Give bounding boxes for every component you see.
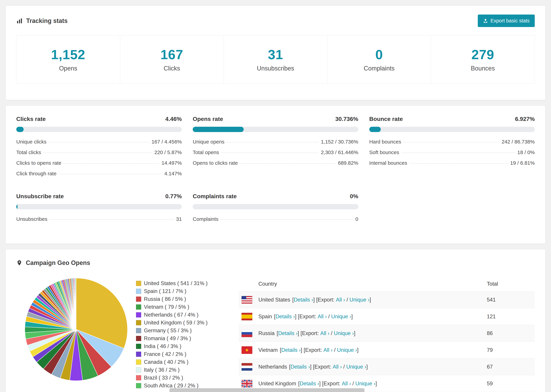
legend-item: United States ( 541 / 31% ) <box>136 280 232 287</box>
export-unique-link[interactable]: Unique › <box>334 330 354 336</box>
legend-color-swatch <box>136 328 141 333</box>
bracket: [ <box>277 330 278 336</box>
rate-stat-label: Opens to clicks rate <box>193 160 238 166</box>
export-all-link[interactable]: All › <box>323 347 332 353</box>
legend-color-swatch <box>136 359 141 365</box>
details-link[interactable]: Details › <box>300 381 319 387</box>
country-cell: United States [Details ›] [Export: All ›… <box>239 296 487 304</box>
horizontal-scrollbar-thumb[interactable] <box>170 388 365 392</box>
stat-label: Clicks <box>164 65 180 72</box>
rate-stat-value: 167 / 4.456% <box>152 139 182 145</box>
legend-item: Germany ( 55 / 3% ) <box>136 327 232 335</box>
rate-stat-label: Total opens <box>193 149 219 155</box>
rate-stat-row: Internal bounces 19 / 6.81% <box>369 158 535 168</box>
geo-opens-table: Country Total United States [Details ›] … <box>239 276 535 392</box>
legend-label: France ( 42 / 2% ) <box>144 351 186 357</box>
rates-grid: Clicks rate 4.46% Unique clicks 167 / 4.… <box>16 116 535 224</box>
legend-item: Spain ( 121 / 7% ) <box>136 287 232 295</box>
dotted-leader <box>226 142 319 142</box>
export-unique-link[interactable]: Unique › <box>346 364 366 370</box>
campaign-geo-opens-title: Campaign Geo Opens <box>26 259 90 266</box>
export-basic-stats-label: Export basic stats <box>490 18 530 24</box>
stat-label: Complaints <box>364 65 395 72</box>
rate-progress-fill <box>16 204 17 209</box>
rate-title: Bounce rate <box>369 116 403 122</box>
legend-label: United States ( 541 / 31% ) <box>144 280 208 287</box>
legend-label: Netherlands ( 67 / 4% ) <box>144 312 198 318</box>
rate-progress-fill <box>369 127 381 132</box>
export-all-link[interactable]: All › <box>320 330 329 336</box>
export-label: [Export: <box>302 347 323 353</box>
legend-label: Russia ( 86 / 5% ) <box>144 296 186 302</box>
rate-progress-track <box>16 204 182 209</box>
bracket: [ <box>292 297 294 303</box>
rate-stat-value: 0 <box>355 216 358 222</box>
export-unique-link[interactable]: Unique › <box>355 381 375 387</box>
rate-title: Opens rate <box>193 116 223 122</box>
legend-color-swatch <box>136 320 141 325</box>
geo-table-row: Spain [Details ›] [Export: All › / Uniqu… <box>239 308 535 325</box>
rate-stat-row: Complaints 0 <box>193 214 358 224</box>
geo-pie-wrap <box>16 276 136 382</box>
country-cell: Netherlands [Details ›] [Export: All › /… <box>239 363 487 371</box>
rate-stat-value: 220 / 5.87% <box>154 149 182 155</box>
flag-es-icon <box>241 313 253 321</box>
rate-percent-value: 4.46% <box>165 116 182 122</box>
geo-table-row: Vietnam [Details ›] [Export: All › / Uni… <box>239 342 535 358</box>
bracket: ] <box>319 381 321 387</box>
details-link[interactable]: Details › <box>281 347 301 353</box>
rate-stat-value: 14.497% <box>162 160 182 166</box>
country-total: 541 <box>487 297 535 303</box>
export-unique-link[interactable]: Unique › <box>349 297 369 303</box>
legend-label: Vietnam ( 79 / 5% ) <box>144 304 189 310</box>
legend-item: Vietnam ( 79 / 5% ) <box>136 303 232 311</box>
details-link[interactable]: Details › <box>276 314 295 320</box>
country-cell: United Kingdom [Details ›] [Export: All … <box>239 380 487 388</box>
export-unique-link[interactable]: Unique › <box>337 347 357 353</box>
rate-stat-row: Hard bounces 242 / 86.738% <box>369 136 535 147</box>
export-all-link[interactable]: All › <box>342 381 351 387</box>
dotted-leader <box>49 142 149 142</box>
separator: / <box>333 347 337 353</box>
country-cell: Russia [Details ›] [Export: All › / Uniq… <box>239 329 487 337</box>
geo-table-header: Country Total <box>239 276 535 291</box>
legend-label: Germany ( 55 / 3% ) <box>144 328 192 334</box>
export-all-link[interactable]: All › <box>318 314 327 320</box>
country-cell: Vietnam [Details ›] [Export: All › / Uni… <box>239 346 487 354</box>
rate-panel: Opens rate 30.736% Unique opens 1,152 / … <box>193 116 358 179</box>
legend-item: India ( 46 / 3% ) <box>136 343 232 350</box>
rate-title: Complaints rate <box>193 193 237 200</box>
rate-rows: Unique opens 1,152 / 30.736% Total opens… <box>193 136 358 168</box>
rate-title-row: Bounce rate 6.927% <box>369 116 535 122</box>
details-link[interactable]: Details › <box>294 297 313 303</box>
rate-stat-value: 31 <box>176 216 182 222</box>
rate-stat-label: Internal bounces <box>369 160 407 166</box>
country-name: Russia <box>258 330 275 336</box>
stat-value: 279 <box>471 47 494 63</box>
geo-table-row: Netherlands [Details ›] [Export: All › /… <box>239 358 535 375</box>
stat-value: 167 <box>161 47 183 63</box>
rate-stat-label: Total clicks <box>16 149 41 155</box>
bracket: ] <box>370 297 371 303</box>
dotted-leader <box>63 163 159 163</box>
geo-table-row: United States [Details ›] [Export: All ›… <box>239 291 535 308</box>
legend-item: Canada ( 40 / 2% ) <box>136 358 232 366</box>
rate-stat-label: Unique clicks <box>16 139 47 145</box>
stat-label: Bounces <box>471 65 495 72</box>
bracket: [ <box>280 347 281 353</box>
export-unique-link[interactable]: Unique › <box>331 314 351 320</box>
flag-ru-icon <box>241 329 253 337</box>
rate-stat-label: Click through rate <box>16 171 57 176</box>
rate-progress-fill <box>193 127 243 132</box>
details-link[interactable]: Details › <box>290 364 310 370</box>
stat-value: 1,152 <box>51 47 85 63</box>
rate-title: Unsubscribe rate <box>16 193 64 200</box>
export-all-link[interactable]: All › <box>333 364 342 370</box>
legend-label: Spain ( 121 / 7% ) <box>144 288 186 294</box>
flag-nl-icon <box>241 363 253 371</box>
country-name: Vietnam <box>258 347 278 353</box>
export-all-link[interactable]: All › <box>336 297 345 303</box>
export-label: [Export: <box>299 330 320 336</box>
details-link[interactable]: Details › <box>278 330 297 336</box>
export-basic-stats-button[interactable]: Export basic stats <box>478 14 535 27</box>
